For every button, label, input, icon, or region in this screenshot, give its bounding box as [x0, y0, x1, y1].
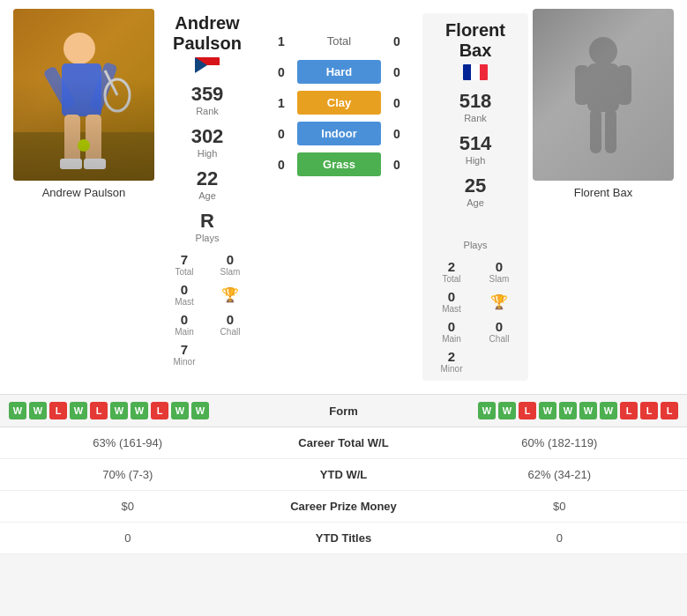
- stats-label-0: Career Total W/L: [256, 436, 432, 449]
- surface-btn-grass[interactable]: Grass: [297, 152, 381, 176]
- stats-row-3: 0YTD Titles0: [0, 523, 687, 554]
- stats-row-2: $0Career Prize Money$0: [0, 491, 687, 523]
- form-badge-l: L: [620, 402, 638, 419]
- left-trophy-icon-cell: 🏆: [209, 282, 251, 307]
- form-badge-l: L: [151, 402, 168, 419]
- left-rank-label: Rank: [163, 106, 251, 116]
- left-score-total: 1: [273, 34, 290, 48]
- left-minor-cell: 7 Minor: [163, 342, 205, 367]
- right-slam-value: 0: [477, 259, 521, 274]
- left-plays-label: Plays: [163, 233, 251, 243]
- right-main-cell: 0 Main: [429, 319, 474, 344]
- form-badge-w: W: [171, 402, 189, 419]
- right-total-label: Total: [429, 274, 474, 284]
- left-plays: R Plays: [163, 210, 251, 243]
- form-badge-l: L: [90, 402, 108, 419]
- right-rank-label: Rank: [429, 113, 521, 123]
- left-stats-block: Andrew Paulson 359 Rank 302 High 22 Age: [159, 9, 256, 371]
- form-badge-w: W: [131, 402, 148, 419]
- left-age-label: Age: [163, 190, 251, 201]
- left-high-label: High: [163, 148, 251, 159]
- left-rank-value: 359: [163, 83, 251, 106]
- right-rank: 518 Rank: [429, 90, 521, 123]
- surface-btn-hard[interactable]: Hard: [297, 60, 381, 84]
- right-mast-value: 0: [429, 289, 474, 304]
- right-stats-block: Florent Bax 518 Rank 514 High 25 Age Pla…: [422, 13, 528, 381]
- svg-rect-8: [64, 115, 80, 163]
- svg-rect-14: [587, 63, 619, 112]
- left-chall-value: 0: [209, 312, 251, 327]
- form-badge-w: W: [539, 402, 556, 419]
- right-player-flag: [463, 64, 488, 80]
- stats-label-3: YTD Titles: [256, 531, 432, 545]
- stats-right-3: 0: [432, 531, 688, 545]
- right-score-grass: 0: [388, 158, 406, 172]
- left-flag-row: [163, 57, 251, 76]
- form-badge-w: W: [70, 402, 87, 419]
- left-trophy-icon: 🏆: [221, 286, 239, 303]
- left-chall-label: Chall: [209, 327, 251, 337]
- right-high: 514 High: [429, 132, 521, 166]
- form-badge-w: W: [600, 402, 617, 419]
- form-badge-l: L: [519, 402, 536, 419]
- svg-point-13: [589, 37, 617, 65]
- stats-rows: 63% (161-94)Career Total W/L60% (182-119…: [0, 427, 687, 554]
- form-badge-w: W: [498, 402, 516, 419]
- right-chall-value: 0: [477, 319, 521, 334]
- right-score-clay: 0: [388, 96, 406, 110]
- stats-left-0: 63% (161-94): [0, 436, 256, 449]
- form-badge-l: L: [640, 402, 658, 419]
- right-plays: Plays: [429, 217, 521, 250]
- form-badge-w: W: [579, 402, 597, 419]
- right-flag-row: [429, 64, 521, 83]
- left-mast-label: Mast: [163, 297, 205, 307]
- stats-label-1: YTD W/L: [256, 468, 432, 481]
- form-badge-w: W: [559, 402, 577, 419]
- left-minor-value: 7: [163, 342, 205, 357]
- svg-point-12: [78, 139, 90, 152]
- surface-rows: 1Total00Hard01Clay00Indoor00Grass0: [256, 18, 422, 188]
- left-plays-value: R: [163, 210, 251, 233]
- left-high-value: 302: [163, 125, 251, 148]
- form-label: Form: [291, 404, 397, 418]
- right-form-badges: WWLWWWWLLL: [397, 402, 679, 419]
- svg-rect-17: [590, 109, 601, 153]
- stats-right-0: 60% (182-119): [432, 436, 688, 449]
- left-total-cell: 7 Total: [163, 252, 205, 277]
- stats-row-1: 70% (7-3)YTD W/L62% (34-21): [0, 459, 687, 491]
- left-player-flag: [195, 57, 220, 73]
- right-rank-value: 518: [429, 90, 521, 113]
- right-player-full-name: Florent Bax: [429, 20, 521, 61]
- right-score-hard: 0: [388, 65, 406, 79]
- form-badge-w: W: [110, 402, 128, 419]
- right-chall-label: Chall: [477, 334, 521, 344]
- right-plays-value: [429, 217, 521, 240]
- left-age: 22 Age: [163, 167, 251, 201]
- left-slam-label: Slam: [209, 267, 251, 277]
- right-score-total: 0: [388, 34, 406, 48]
- right-chall-cell: 0 Chall: [477, 319, 521, 344]
- left-score-indoor: 0: [273, 127, 290, 141]
- stats-right-1: 62% (34-21): [432, 468, 688, 481]
- main-container: Andrew Paulson Andrew Paulson 359 Rank 3…: [0, 0, 687, 554]
- left-player-photo-block: Andrew Paulson: [9, 9, 159, 199]
- right-stats-grid: 2 Total 0 Slam 0 Mast 🏆 0 Main: [429, 259, 521, 374]
- left-main-label: Main: [163, 327, 205, 337]
- players-comparison: Andrew Paulson Andrew Paulson 359 Rank 3…: [0, 0, 687, 394]
- left-slam-value: 0: [209, 252, 251, 267]
- left-slam-cell: 0 Slam: [209, 252, 251, 277]
- svg-rect-18: [605, 109, 616, 153]
- left-player-full-name: Andrew Paulson: [163, 13, 251, 54]
- surface-btn-total[interactable]: Total: [297, 29, 381, 53]
- svg-rect-9: [86, 115, 101, 163]
- surface-btn-clay[interactable]: Clay: [297, 91, 381, 115]
- left-age-value: 22: [163, 167, 251, 190]
- right-minor-cell: 2 Minor: [429, 349, 474, 374]
- right-slam-cell: 0 Slam: [477, 259, 521, 284]
- surface-btn-indoor[interactable]: Indoor: [297, 122, 381, 145]
- left-mast-cell: 0 Mast: [163, 282, 205, 307]
- svg-rect-16: [617, 65, 631, 105]
- surface-row-grass: 0Grass0: [256, 152, 422, 176]
- right-trophy-icon-cell: 🏆: [477, 289, 521, 314]
- right-age: 25 Age: [429, 174, 521, 208]
